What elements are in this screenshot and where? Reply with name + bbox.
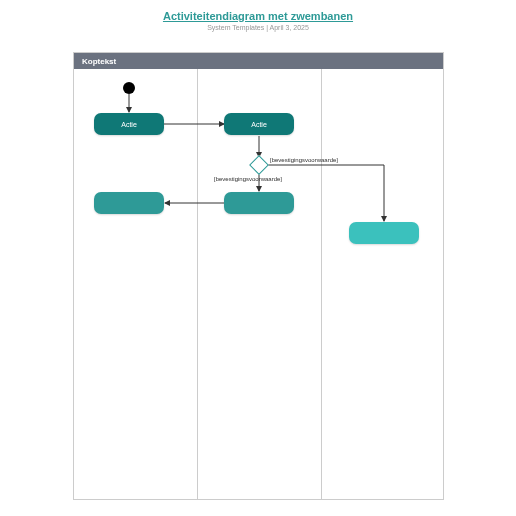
start-node[interactable] xyxy=(123,82,135,94)
activity-action-4[interactable] xyxy=(224,192,294,214)
swimlane-canvas: Koptekst Actie Actie [bevestigingsvoorw xyxy=(73,52,444,500)
lane-divider-1 xyxy=(197,69,198,499)
activity-action-5[interactable] xyxy=(349,222,419,244)
activity-action-2[interactable]: Actie xyxy=(224,113,294,135)
decision-node[interactable] xyxy=(249,155,269,175)
swimlane-header: Koptekst xyxy=(74,53,443,69)
guard-label-down: [bevestigingsvoorwaarde] xyxy=(214,176,282,182)
title-block: Activiteitendiagram met zwembanen System… xyxy=(0,0,516,31)
activity-label: Actie xyxy=(251,121,267,128)
lane-divider-2 xyxy=(321,69,322,499)
diagram-title: Activiteitendiagram met zwembanen xyxy=(0,10,516,22)
diagram-subtitle: System Templates | April 3, 2025 xyxy=(0,24,516,31)
guard-label-right: [bevestigingsvoorwaarde] xyxy=(270,157,338,163)
activity-label: Actie xyxy=(121,121,137,128)
activity-action-3[interactable] xyxy=(94,192,164,214)
activity-action-1[interactable]: Actie xyxy=(94,113,164,135)
swimlane-header-label: Koptekst xyxy=(82,57,116,66)
